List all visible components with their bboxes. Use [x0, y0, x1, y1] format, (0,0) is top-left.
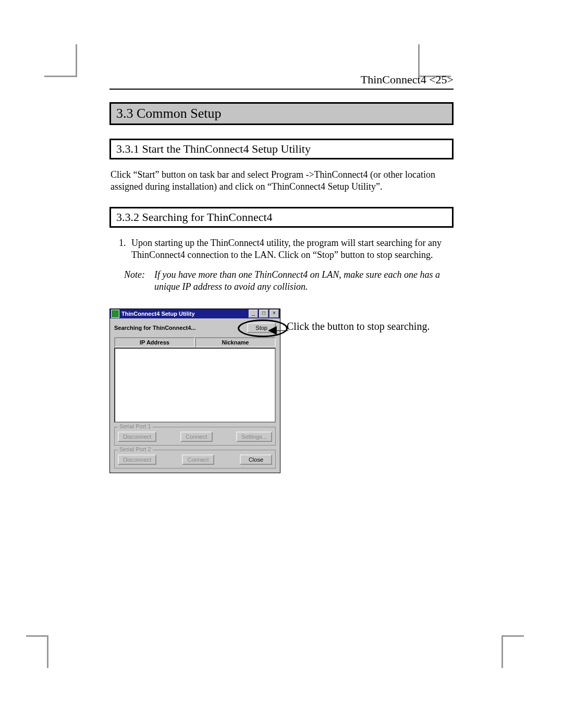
sp2-disconnect-button[interactable]: Disconnect — [118, 454, 156, 465]
subsection-title-searching: 3.3.2 Searching for ThinConnect4 — [109, 207, 454, 228]
subsection-title-start-utility: 3.3.1 Start the ThinConnect4 Setup Utili… — [109, 139, 454, 159]
callout-label: Click the button to stop searching. — [287, 320, 430, 332]
note: Note: If you have more than one ThinConn… — [124, 269, 454, 293]
serial-port-1-group: Serial Port 1 Disconnect Connect Setting… — [114, 427, 276, 446]
crop-mark — [501, 635, 524, 668]
figure-row: ThinConnect4 Setup Utility _ □ × Searchi… — [109, 309, 454, 473]
window-title: ThinConnect4 Setup Utility — [121, 311, 248, 317]
list-item: Upon starting up the ThinConnect4 utilit… — [128, 237, 454, 262]
status-row: Searching for ThinConnect4... Stop — [114, 323, 276, 333]
list-header: IP Address Nickname — [114, 337, 276, 348]
app-window: ThinConnect4 Setup Utility _ □ × Searchi… — [109, 309, 280, 473]
arrow-left-icon: ◀— — [268, 323, 288, 337]
window-body: Searching for ThinConnect4... Stop IP Ad… — [110, 318, 280, 473]
serial-port-2-group: Serial Port 2 Disconnect Connect Close — [114, 450, 276, 468]
status-text: Searching for ThinConnect4... — [114, 325, 195, 331]
note-text: If you have more than one ThinConnect4 o… — [154, 269, 454, 293]
sp1-disconnect-button[interactable]: Disconnect — [118, 431, 156, 442]
note-label: Note: — [124, 269, 154, 293]
group-legend: Serial Port 1 — [118, 423, 153, 429]
numbered-list: Upon starting up the ThinConnect4 utilit… — [109, 237, 454, 262]
results-list[interactable] — [114, 348, 276, 423]
section-title: 3.3 Common Setup — [109, 102, 454, 125]
crop-mark — [418, 44, 451, 77]
group-legend: Serial Port 2 — [118, 446, 153, 452]
column-ip-address: IP Address — [114, 337, 195, 348]
maximize-button[interactable]: □ — [259, 310, 268, 318]
header-rule — [109, 89, 454, 90]
titlebar: ThinConnect4 Setup Utility _ □ × — [110, 309, 280, 318]
close-button[interactable]: Close — [240, 454, 272, 465]
crop-mark — [26, 635, 48, 668]
column-nickname: Nickname — [195, 337, 276, 348]
sp1-settings-button[interactable]: Settings... — [236, 431, 272, 442]
page-header: ThinConnect4 <25> — [109, 73, 454, 87]
sp1-connect-button[interactable]: Connect — [180, 431, 213, 442]
paragraph: Click “Start” button on task bar and sel… — [111, 169, 454, 193]
document-page: ThinConnect4 <25> 3.3 Common Setup 3.3.1… — [0, 0, 563, 728]
app-icon — [111, 310, 119, 318]
crop-mark — [44, 44, 77, 77]
minimize-button[interactable]: _ — [249, 310, 258, 318]
sp2-connect-button[interactable]: Connect — [182, 454, 214, 465]
close-window-button[interactable]: × — [270, 310, 279, 318]
content-area: ThinConnect4 <25> 3.3 Common Setup 3.3.1… — [109, 73, 454, 473]
callout-text: ◀— Click the button to stop searching. — [287, 320, 430, 332]
